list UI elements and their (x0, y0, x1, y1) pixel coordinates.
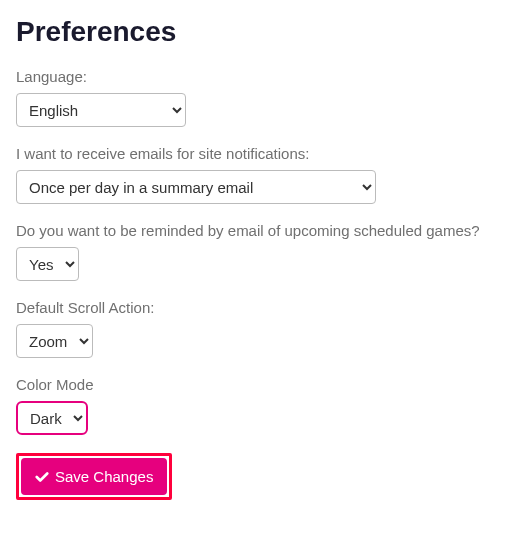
emails-select[interactable]: Once per day in a summary email (16, 170, 376, 204)
save-button-highlight: Save Changes (16, 453, 172, 500)
check-icon (35, 470, 49, 484)
scroll-select[interactable]: Zoom (16, 324, 93, 358)
save-button[interactable]: Save Changes (21, 458, 167, 495)
reminders-group: Do you want to be reminded by email of u… (16, 222, 493, 281)
language-select[interactable]: English (16, 93, 186, 127)
color-mode-label: Color Mode (16, 376, 493, 393)
emails-label: I want to receive emails for site notifi… (16, 145, 493, 162)
reminders-label: Do you want to be reminded by email of u… (16, 222, 493, 239)
color-mode-group: Color Mode Dark (16, 376, 493, 435)
reminders-select[interactable]: Yes (16, 247, 79, 281)
scroll-group: Default Scroll Action: Zoom (16, 299, 493, 358)
scroll-label: Default Scroll Action: (16, 299, 493, 316)
color-mode-select[interactable]: Dark (16, 401, 88, 435)
language-group: Language: English (16, 68, 493, 127)
save-button-label: Save Changes (55, 468, 153, 485)
language-label: Language: (16, 68, 493, 85)
emails-group: I want to receive emails for site notifi… (16, 145, 493, 204)
page-title: Preferences (16, 16, 493, 48)
